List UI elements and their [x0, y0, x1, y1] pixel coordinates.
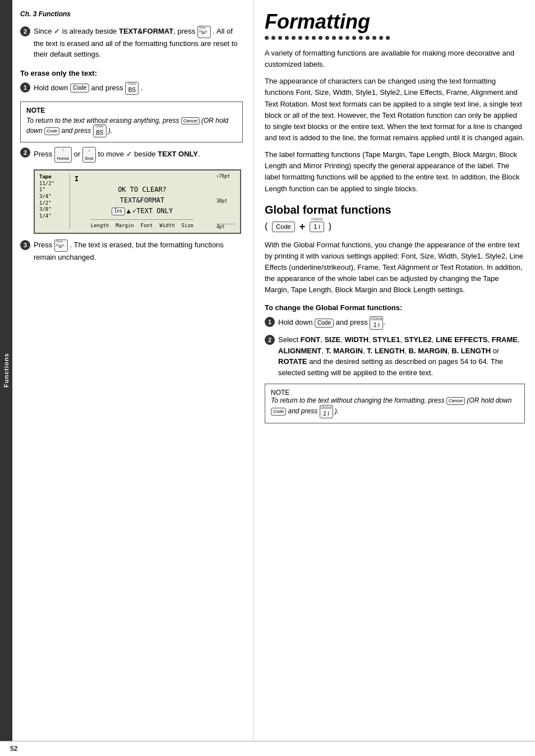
- chapter-title: Ch. 3 Functions: [20, 10, 243, 18]
- step-3-content: Press NewBlock ↵ . The text is erased, b…: [34, 239, 243, 262]
- lcd-tape-label: Tape: [39, 174, 67, 181]
- step1-hold: Hold down: [34, 84, 68, 92]
- lcd-line1: OK TO CLEAR?: [118, 185, 167, 195]
- page-footer: 52: [0, 741, 535, 756]
- global-key-right-note: Global 1 i: [320, 405, 333, 418]
- right-step1-and: and press: [336, 319, 368, 327]
- formatting-title: Formatting: [265, 10, 525, 34]
- dot-3: [278, 36, 282, 40]
- step-2b-block: 2 Press ↑ Home or ↓ End to move ✓ beside…: [20, 147, 243, 163]
- step2-text3: press: [177, 27, 195, 35]
- bs-text-1: BS: [128, 87, 136, 94]
- step2b-or: or: [74, 150, 82, 158]
- right-step-2-content: Select FONT, SIZE, WIDTH, STYLE1, STYLE2…: [278, 334, 525, 378]
- note-label-right: NOTE: [271, 389, 519, 397]
- lineeffects-bold: LINE EFFECTS: [436, 335, 487, 344]
- dot-13: [345, 36, 349, 40]
- step-number-2: 2: [20, 26, 30, 36]
- step-1-erase-block: 1 Hold down Code and press Clear BS .: [20, 82, 243, 95]
- sidebar-functions-tab: Functions: [0, 0, 12, 741]
- step-number-1-erase: 1: [20, 82, 30, 93]
- lcd-size-1: ↑76pt: [216, 174, 236, 179]
- right-column: Formatting A variety of formatting funct…: [253, 0, 535, 741]
- new-block-key-3: NewBlock ↵: [54, 239, 68, 252]
- lcd-width: Width: [159, 222, 174, 229]
- note-box-right: NOTE To return to the text without chang…: [265, 384, 525, 423]
- step3-press: Press: [34, 241, 52, 249]
- to-change-heading: To change the Global Format functions:: [265, 303, 525, 312]
- step-number-3: 3: [20, 240, 30, 250]
- lcd-row-6: 1/4": [39, 213, 67, 220]
- bs-key-1: Clear BS: [125, 82, 139, 95]
- step2-and-text: and the desired setting as described on …: [278, 357, 503, 377]
- home-key: ↑ Home: [54, 147, 72, 163]
- step2b-press: Press: [34, 150, 52, 158]
- frame-bold: FRAME: [492, 335, 518, 344]
- right-para2: The appearance of characters can be chan…: [265, 76, 525, 144]
- global-inner-r1: 1 i: [373, 322, 380, 329]
- lcd-text-only: ✓TEXT ONLY: [132, 206, 173, 216]
- dot-18: [379, 36, 383, 40]
- global-top-note: Global: [320, 405, 331, 410]
- code-key-global: Code: [272, 222, 294, 232]
- right-para4: With the Global Format functions, you ch…: [265, 239, 525, 296]
- lcd-center-panel: I OK TO CLEAR? TEXT&FORMAT Ins ▲ ✓TEXT O…: [70, 174, 214, 229]
- lcd-cursor-line: I: [75, 174, 79, 185]
- dot-14: [352, 36, 356, 40]
- code-key-note: Code: [44, 127, 59, 135]
- cancel-key-right: Cancel: [446, 397, 465, 405]
- lcd-left-panel: Tape 11/2" 1" 3/4" 1/2" 3/8" 1/4": [39, 174, 70, 229]
- global-format-formula: ( Code + Global 1 i ): [265, 221, 525, 233]
- lcd-right-panel: ↑76pt 38pt 4pt: [214, 174, 236, 229]
- global-key-inner-formula: 1 i: [313, 223, 320, 231]
- dot-11: [332, 36, 336, 40]
- right-step-number-2: 2: [265, 335, 275, 345]
- code-key-right1: Code: [315, 319, 334, 328]
- dot-17: [372, 36, 376, 40]
- dot-1: [265, 36, 269, 40]
- lcd-bottom-bar: Length Margin Font Width Size: [91, 219, 194, 229]
- tmargin-bold: T. MARGIN: [326, 347, 363, 355]
- lcd-row-5: 3/8": [39, 206, 67, 213]
- global-inner-note: 1 i: [323, 411, 329, 417]
- right-para3: The label formatting functions (Tape Mar…: [265, 149, 525, 195]
- dot-9: [319, 36, 322, 40]
- step2-text2: is already beside: [62, 27, 117, 35]
- clear-label-1: Clear: [128, 82, 136, 86]
- bmargin-bold: B. MAR­GIN: [409, 347, 448, 355]
- lcd-row-2: 1": [39, 187, 67, 193]
- size-bold: SIZE: [324, 335, 340, 344]
- width-bold: WIDTH: [345, 335, 369, 344]
- right-step1-hold: Hold down: [278, 319, 312, 327]
- step2-bold: TEXT&FORMAT: [119, 27, 173, 35]
- note-box-1: NOTE To return to the text without erasi…: [20, 102, 243, 143]
- dot-divider: [265, 36, 525, 40]
- note-text-1: To return to the text without erasing an…: [26, 117, 237, 138]
- dot-7: [305, 36, 309, 40]
- lcd-size: Size: [182, 222, 194, 229]
- right-step-number-1: 1: [265, 317, 275, 327]
- lcd-length: Length: [91, 222, 109, 229]
- step-2-block: 2 Since ✓ is already beside TEXT&FORMAT,…: [20, 26, 243, 60]
- step-number-2b: 2: [20, 147, 30, 158]
- lcd-size-2: 38pt: [216, 199, 236, 204]
- ins-key-lcd: Ins: [112, 208, 125, 215]
- font-bold: FONT: [301, 335, 320, 344]
- dot-19: [386, 36, 390, 40]
- step-2b-content: Press ↑ Home or ↓ End to move ✓ beside T…: [34, 147, 243, 163]
- step-3-block: 3 Press NewBlock ↵ . The text is erased,…: [20, 239, 243, 262]
- dot-6: [298, 36, 302, 40]
- step2-checkmark: ✓: [54, 27, 62, 35]
- dot-8: [312, 36, 316, 40]
- tlength-bold: T. LENGTH: [367, 347, 404, 355]
- step2-text1: Since: [34, 27, 52, 35]
- dot-4: [285, 36, 289, 40]
- bs-key-note: Clear BS: [93, 125, 107, 137]
- global-key-formula: Global 1 i: [310, 222, 324, 232]
- rotate-bold: ROTATE: [278, 357, 307, 366]
- alignment-bold: ALIGN­MENT: [278, 347, 321, 355]
- style1-bold: STYLE1: [372, 335, 400, 344]
- style2-bold: STYLE2: [404, 335, 432, 344]
- new-block-key: NewBlock ↵: [197, 26, 211, 38]
- end-key: ↓ End: [82, 147, 96, 163]
